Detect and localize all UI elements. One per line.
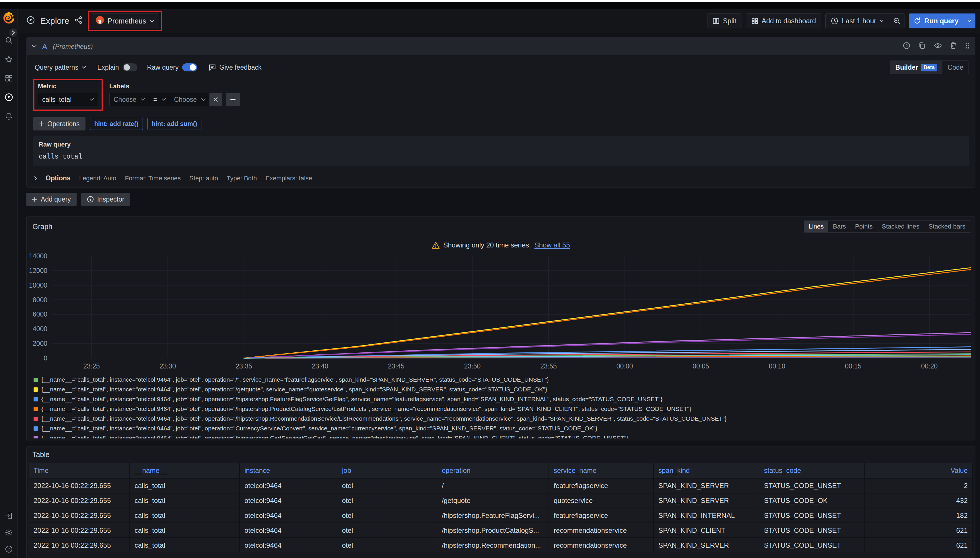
query-ref-id: A (42, 42, 47, 51)
drag-handle-icon[interactable] (965, 42, 970, 51)
table-cell: STATUS_CODE_UNSET (760, 507, 865, 522)
duplicate-query-icon[interactable] (918, 42, 926, 51)
table-header-cell[interactable]: span_kind (654, 463, 760, 478)
legend-item[interactable]: {__name__="calls_total", instance="otelc… (34, 404, 975, 414)
table-header-cell[interactable]: operation (437, 463, 549, 478)
remove-query-trash-icon[interactable] (950, 42, 957, 51)
time-range-picker[interactable]: Last 1 hour (825, 13, 889, 28)
legend-item[interactable]: {__name__="calls_total", instance="otelc… (34, 414, 975, 423)
legend-swatch (34, 436, 38, 439)
split-columns-icon (713, 18, 720, 25)
table-header-cell[interactable]: Time (29, 463, 130, 478)
help-icon[interactable]: ? (5, 545, 13, 553)
legend-item[interactable]: {__name__="calls_total", instance="otelc… (34, 384, 975, 394)
dashboards-icon[interactable] (5, 74, 13, 82)
plus-icon (230, 97, 235, 102)
raw-query-toggle-label: Raw query (147, 64, 179, 71)
query-help-icon[interactable]: ? (903, 42, 910, 51)
table-header-cell[interactable]: instance (240, 463, 337, 478)
label-operator-select[interactable]: = (149, 93, 169, 106)
info-circle-icon (87, 196, 94, 203)
table-header-cell[interactable]: job (337, 463, 437, 478)
split-button[interactable]: Split (707, 13, 742, 28)
query-patterns-dropdown[interactable]: Query patterns (33, 63, 87, 72)
table-cell: calls_total (130, 478, 240, 492)
add-label-filter-button[interactable] (226, 93, 240, 106)
sign-in-icon[interactable] (5, 512, 13, 520)
metric-select[interactable]: calls_total (38, 93, 98, 106)
zoom-out-icon (893, 17, 901, 25)
mode-bars[interactable]: Bars (828, 222, 850, 232)
svg-text:23:30: 23:30 (159, 363, 176, 370)
table-cell: otel (337, 522, 437, 537)
table-panel-title: Table (27, 446, 975, 463)
table-header-cell[interactable]: __name__ (130, 463, 240, 478)
legend-item[interactable]: {__name__="calls_total", instance="otelc… (34, 423, 975, 433)
graph-panel: Graph Lines Bars Points Stacked lines St… (26, 216, 975, 440)
give-feedback-button[interactable]: Give feedback (207, 63, 263, 72)
svg-text:00:00: 00:00 (617, 363, 633, 370)
hint-add-sum-button[interactable]: hint: add sum() (148, 118, 202, 130)
run-query-dropdown[interactable] (963, 13, 975, 28)
add-to-dashboard-button[interactable]: Add to dashboard (746, 13, 821, 28)
table-header-cell[interactable]: Value (865, 463, 973, 478)
legend-label: {__name__="calls_total", instance="otelc… (41, 386, 547, 393)
table-cell: 2 (865, 478, 973, 492)
mode-stacked-lines[interactable]: Stacked lines (877, 222, 924, 232)
remove-label-filter-button[interactable] (209, 93, 222, 106)
mode-lines[interactable]: Lines (804, 222, 829, 232)
labels-field-group: Labels Choose = (108, 79, 240, 106)
sidebar-expand-button[interactable] (8, 28, 18, 38)
table-cell: quoteservice (549, 492, 654, 507)
chevron-down-icon (141, 98, 145, 101)
run-query-button[interactable]: Run query (909, 13, 975, 28)
chevron-down-icon (90, 98, 94, 101)
warning-text: Showing only 20 time series. (443, 241, 531, 249)
add-query-button[interactable]: Add query (26, 193, 77, 206)
time-series-chart[interactable]: 0200040006000800010000120001400023:2523:… (29, 251, 973, 373)
hide-response-eye-icon[interactable] (934, 42, 942, 51)
datasource-picker[interactable]: Prometheus (90, 13, 159, 28)
hint-add-rate-button[interactable]: hint: add rate() (90, 118, 143, 130)
add-operations-button[interactable]: Operations (33, 117, 86, 130)
query-options-row[interactable]: Options Legend: Auto Format: Time series… (33, 171, 969, 183)
legend-item[interactable]: {__name__="calls_total", instance="otelc… (34, 433, 975, 438)
series-limit-warning: Showing only 20 time series. Show all 55 (27, 241, 975, 249)
starred-icon[interactable] (5, 55, 13, 64)
legend-item[interactable]: {__name__="calls_total", instance="otelc… (34, 394, 975, 404)
explain-toggle[interactable] (123, 63, 137, 71)
table-cell: calls_total (130, 522, 240, 537)
table-cell: SPAN_KIND_INTERNAL (654, 507, 760, 522)
mode-stacked-bars[interactable]: Stacked bars (924, 222, 970, 232)
table-cell: 182 (865, 507, 973, 522)
chevron-down-icon (880, 20, 884, 22)
zoom-out-button[interactable] (889, 13, 905, 28)
raw-query-toggle[interactable] (182, 63, 197, 71)
code-mode-button[interactable]: Code (942, 61, 968, 74)
collapse-chevron-icon[interactable] (32, 45, 36, 48)
table-cell: calls_total (130, 537, 240, 552)
grafana-logo[interactable] (2, 11, 15, 25)
legend-item[interactable]: {__name__="calls_total", instance="otelc… (34, 375, 975, 384)
explore-icon[interactable] (5, 93, 13, 102)
raw-query-toggle-group: Raw query (147, 63, 197, 71)
share-icon[interactable] (75, 16, 82, 26)
show-all-series-link[interactable]: Show all 55 (534, 241, 570, 249)
split-label: Split (723, 17, 737, 25)
run-query-label: Run query (922, 17, 963, 25)
alerting-bell-icon[interactable] (5, 112, 13, 120)
label-value-select[interactable]: Choose (170, 93, 209, 106)
label-key-select[interactable]: Choose (109, 93, 149, 106)
comment-icon (209, 64, 216, 71)
sidebar-bottom-nav: ? (5, 512, 13, 553)
inspector-button[interactable]: Inspector (81, 193, 130, 206)
legend-label: {__name__="calls_total", instance="otelc… (41, 435, 628, 438)
graph-panel-title: Graph (33, 223, 52, 231)
query-row-header[interactable]: A (Prometheus) ? (27, 38, 975, 55)
table-header-cell[interactable]: service_name (549, 463, 654, 478)
settings-gear-icon[interactable] (5, 528, 13, 537)
mode-points[interactable]: Points (851, 222, 877, 232)
plus-icon (32, 197, 37, 202)
builder-mode-button[interactable]: Builder Beta (890, 61, 942, 74)
table-header-cell[interactable]: status_code (760, 463, 865, 478)
